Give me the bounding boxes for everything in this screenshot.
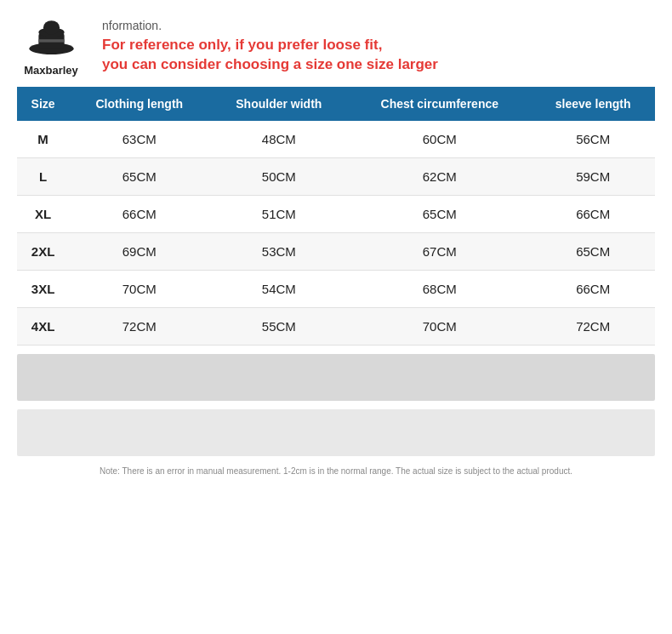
table-row: L65CM50CM62CM59CM [17, 158, 655, 196]
data-cell: 53CM [209, 233, 348, 271]
data-cell: 66CM [531, 196, 655, 233]
header-note: For reference only, if you prefer loose … [102, 36, 438, 75]
page-wrapper: Maxbarley nformation. For reference only… [0, 0, 672, 634]
data-cell: 55CM [209, 308, 348, 346]
table-row: 3XL70CM54CM68CM66CM [17, 271, 655, 308]
size-cell: XL [17, 196, 69, 233]
note-text: Note: There is an error in manual measur… [17, 465, 655, 477]
svg-rect-4 [38, 39, 64, 42]
data-cell: 66CM [531, 271, 655, 308]
size-cell: 2XL [17, 233, 69, 271]
size-table-container: Size Clothing length Shoulder width Ches… [0, 87, 672, 346]
size-cell: 3XL [17, 271, 69, 308]
grey-bar-top [17, 354, 655, 401]
data-cell: 60CM [348, 121, 531, 158]
data-cell: 72CM [531, 308, 655, 346]
size-cell: L [17, 158, 69, 196]
data-cell: 51CM [209, 196, 348, 233]
svg-point-3 [43, 20, 59, 35]
col-header-sleeve: sleeve length [531, 87, 655, 121]
data-cell: 65CM [531, 233, 655, 271]
data-cell: 62CM [348, 158, 531, 196]
data-cell: 56CM [531, 121, 655, 158]
table-row: 2XL69CM53CM67CM65CM [17, 233, 655, 271]
data-cell: 50CM [209, 158, 348, 196]
header-text-area: nformation. For reference only, if you p… [102, 15, 438, 75]
brand-name: Maxbarley [24, 64, 78, 77]
data-cell: 54CM [209, 271, 348, 308]
size-table: Size Clothing length Shoulder width Ches… [17, 87, 655, 346]
header-note-line1: For reference only, if you prefer loose … [102, 37, 382, 53]
table-row: 4XL72CM55CM70CM72CM [17, 308, 655, 346]
data-cell: 59CM [531, 158, 655, 196]
table-header-row: Size Clothing length Shoulder width Ches… [17, 87, 655, 121]
header: Maxbarley nformation. For reference only… [0, 0, 672, 85]
data-cell: 67CM [348, 233, 531, 271]
footer-section: Note: There is an error in manual measur… [0, 354, 672, 477]
table-row: M63CM48CM60CM56CM [17, 121, 655, 158]
header-note-line2: you can consider choosing a size one siz… [102, 56, 438, 72]
data-cell: 69CM [69, 233, 209, 271]
data-cell: 70CM [348, 308, 531, 346]
col-header-chest: Chest circumference [348, 87, 531, 121]
grey-bar-bottom [17, 409, 655, 456]
data-cell: 66CM [69, 196, 209, 233]
data-cell: 48CM [209, 121, 348, 158]
col-header-size: Size [17, 87, 69, 121]
brand-logo-icon [28, 15, 75, 62]
size-cell: 4XL [17, 308, 69, 346]
col-header-shoulder-width: Shoulder width [209, 87, 348, 121]
data-cell: 68CM [348, 271, 531, 308]
size-cell: M [17, 121, 69, 158]
data-cell: 72CM [69, 308, 209, 346]
data-cell: 65CM [348, 196, 531, 233]
data-cell: 65CM [69, 158, 209, 196]
data-cell: 70CM [69, 271, 209, 308]
data-cell: 63CM [69, 121, 209, 158]
col-header-clothing-length: Clothing length [69, 87, 209, 121]
header-sub-text: nformation. [102, 19, 438, 32]
logo-area: Maxbarley [17, 15, 85, 77]
table-row: XL66CM51CM65CM66CM [17, 196, 655, 233]
